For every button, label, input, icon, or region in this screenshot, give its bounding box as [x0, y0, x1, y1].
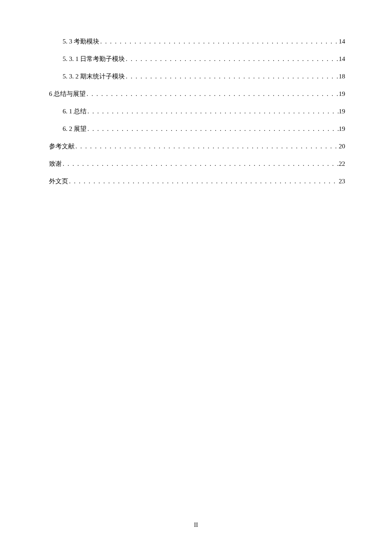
toc-page-number: 22 [339, 160, 345, 168]
toc-label: 参考文献 [49, 142, 75, 150]
toc-dots [86, 90, 339, 98]
toc-entry: 5. 3 考勤模块 14 [49, 38, 345, 46]
document-page: 5. 3 考勤模块 14 5. 3. 1 日常考勤子模块 14 5. 3. 2 … [0, 0, 392, 220]
toc-label: 5. 3. 2 期末统计子模块 [63, 72, 125, 81]
toc-entry: 6. 2 展望 19 [49, 125, 345, 133]
toc-entry: 5. 3. 1 日常考勤子模块 14 [49, 55, 345, 63]
toc-page-number: 18 [339, 73, 345, 80]
toc-label: 致谢 [49, 160, 62, 168]
toc-entry: 6. 1 总结 19 [49, 107, 345, 116]
toc-label: 6. 1 总结 [63, 107, 86, 116]
toc-entry: 外文页 23 [49, 177, 345, 185]
toc-label: 外文页 [49, 177, 68, 185]
toc-page-number: 20 [339, 143, 345, 150]
toc-dots [125, 73, 339, 80]
toc-dots [62, 160, 339, 168]
table-of-contents: 5. 3 考勤模块 14 5. 3. 1 日常考勤子模块 14 5. 3. 2 … [49, 38, 345, 185]
toc-dots [125, 55, 339, 63]
toc-entry: 6 总结与展望 19 [49, 90, 345, 98]
toc-dots [86, 125, 339, 133]
toc-dots [99, 38, 339, 45]
toc-label: 5. 3 考勤模块 [63, 38, 99, 46]
toc-dots [75, 143, 339, 150]
page-number: II [0, 522, 392, 529]
toc-entry: 5. 3. 2 期末统计子模块 18 [49, 72, 345, 81]
toc-entry: 参考文献 20 [49, 142, 345, 150]
toc-dots [86, 108, 339, 115]
toc-label: 6. 2 展望 [63, 125, 86, 133]
toc-page-number: 19 [339, 90, 345, 98]
toc-page-number: 19 [339, 125, 345, 133]
toc-page-number: 23 [339, 178, 345, 185]
toc-page-number: 14 [339, 38, 345, 45]
toc-label: 6 总结与展望 [49, 90, 86, 98]
toc-dots [68, 178, 339, 185]
toc-page-number: 19 [339, 108, 345, 115]
toc-label: 5. 3. 1 日常考勤子模块 [63, 55, 125, 63]
toc-page-number: 14 [339, 55, 345, 63]
toc-entry: 致谢 22 [49, 160, 345, 168]
